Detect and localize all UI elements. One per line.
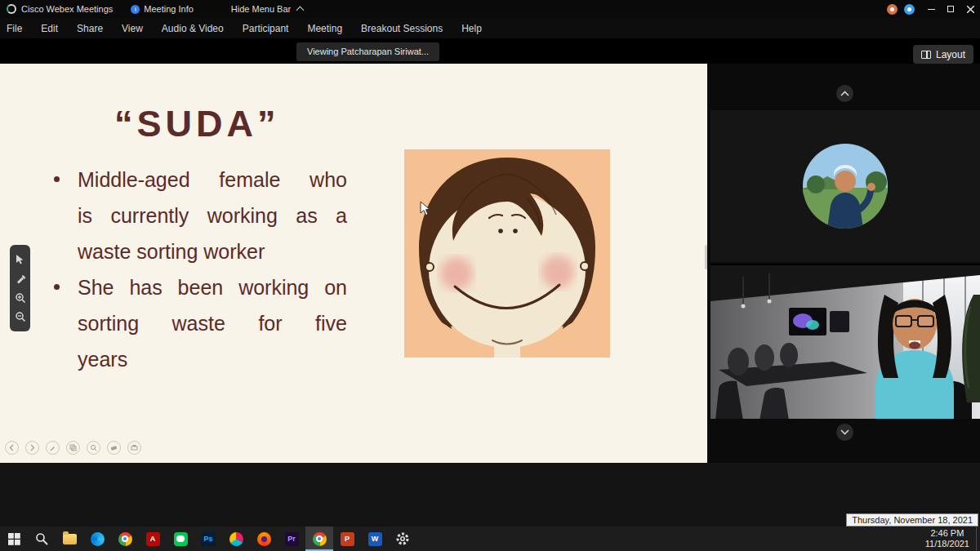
menu-audio-video[interactable]: Audio & Video xyxy=(162,23,224,34)
pen-tool-icon[interactable] xyxy=(14,273,26,285)
viewing-toast: Viewing Patcharapan Siriwat... xyxy=(296,42,439,61)
menu-breakout-sessions[interactable]: Breakout Sessions xyxy=(361,23,443,34)
edge-icon[interactable] xyxy=(83,527,111,551)
bullet-dot xyxy=(54,284,60,290)
bullet-line: years xyxy=(78,341,347,377)
close-button[interactable] xyxy=(960,0,980,18)
chrome-active-icon[interactable] xyxy=(305,527,333,551)
layout-icon xyxy=(921,51,931,59)
premiere-pro-icon[interactable]: Pr xyxy=(278,527,305,551)
minimize-button[interactable] xyxy=(921,0,941,18)
meeting-info-label[interactable]: Meeting Info xyxy=(144,4,194,14)
date-tooltip: Thursday, November 18, 2021 xyxy=(846,513,978,527)
print-icon[interactable] xyxy=(127,441,141,455)
line-icon[interactable] xyxy=(167,527,194,551)
menu-participant[interactable]: Participant xyxy=(243,23,289,34)
pointer-tool-icon[interactable] xyxy=(14,253,26,265)
clock-time: 2:46 PM xyxy=(925,528,969,539)
previous-slide-icon[interactable] xyxy=(5,441,19,455)
menu-view[interactable]: View xyxy=(122,23,143,34)
maximize-button[interactable] xyxy=(941,0,960,18)
next-slide-icon[interactable] xyxy=(25,441,39,455)
taskbar-search-button[interactable] xyxy=(28,527,56,551)
bullet-line: is currently working as a xyxy=(78,198,347,233)
photoshop-icon[interactable]: Ps xyxy=(194,527,222,551)
status-icon-orange[interactable] xyxy=(887,4,898,15)
participant-video-thumbnail[interactable] xyxy=(710,110,980,262)
powerpoint-icon[interactable]: P xyxy=(333,527,361,551)
woman-face-illustration xyxy=(404,149,610,358)
paint-icon[interactable] xyxy=(222,527,250,551)
mouse-cursor-icon xyxy=(420,201,431,220)
webex-window: Cisco Webex Meetings i Meeting Info Hide… xyxy=(0,0,980,551)
meeting-info-icon[interactable]: i xyxy=(131,5,140,14)
bullet-item: She has been working on sorting waste fo… xyxy=(78,269,347,377)
scroll-videos-down-button[interactable] xyxy=(836,424,853,441)
status-icon-blue[interactable] xyxy=(904,4,915,15)
taskbar-clock[interactable]: 2:46 PM 11/18/2021 xyxy=(925,528,976,549)
layout-label: Layout xyxy=(936,49,965,60)
bullet-line: Middle-aged female who xyxy=(78,162,347,198)
chevron-up-icon xyxy=(840,91,849,96)
hide-menu-bar-button[interactable]: Hide Menu Bar xyxy=(231,4,291,14)
slide-title: “SUDA” xyxy=(114,103,280,145)
start-button[interactable] xyxy=(0,527,28,551)
clock-date: 11/18/2021 xyxy=(925,539,969,549)
windows-taskbar: A Ps Pr P W 2:46 PM 11/18/2021 xyxy=(0,527,980,551)
bullet-line: She has been working on xyxy=(78,269,347,305)
slide-nav-controls xyxy=(5,441,141,455)
layout-button[interactable]: Layout xyxy=(913,45,973,64)
zoom-icon[interactable] xyxy=(87,441,100,455)
copy-icon[interactable] xyxy=(66,441,80,455)
chevron-up-icon[interactable] xyxy=(296,7,305,15)
acrobat-reader-icon[interactable]: A xyxy=(139,527,167,551)
windows-logo-icon xyxy=(8,533,20,545)
zoom-in-icon[interactable] xyxy=(14,291,26,304)
meeting-control-bar: Unmute Start video Share xyxy=(0,463,980,527)
active-speaker-video[interactable] xyxy=(710,264,980,419)
window-controls xyxy=(887,0,980,18)
chevron-down-icon xyxy=(840,429,849,435)
menu-meeting[interactable]: Meeting xyxy=(307,23,342,34)
app-title: Cisco Webex Meetings xyxy=(21,4,113,14)
menu-share[interactable]: Share xyxy=(77,23,103,34)
bullet-item: Middle-aged female who is currently work… xyxy=(78,162,347,269)
participant-avatar xyxy=(803,144,888,229)
pen-icon[interactable] xyxy=(46,441,60,455)
annotation-toolbar xyxy=(10,245,30,331)
menu-help[interactable]: Help xyxy=(461,23,482,34)
menu-file[interactable]: File xyxy=(7,23,22,34)
bullet-dot xyxy=(54,176,60,182)
eraser-icon[interactable] xyxy=(107,441,121,455)
chrome-icon[interactable] xyxy=(111,527,139,551)
close-icon xyxy=(967,6,974,13)
window-titlebar: Cisco Webex Meetings i Meeting Info Hide… xyxy=(0,0,980,18)
word-icon[interactable]: W xyxy=(361,527,389,551)
shared-presentation: “SUDA” Middle-aged female who is current… xyxy=(0,64,707,463)
file-explorer-icon[interactable] xyxy=(56,527,83,551)
zoom-out-icon[interactable] xyxy=(14,311,26,323)
settings-icon[interactable] xyxy=(389,527,416,551)
gear-icon xyxy=(395,531,410,546)
firefox-icon[interactable] xyxy=(250,527,278,551)
bullet-line: sorting waste for five xyxy=(78,305,347,341)
scroll-videos-up-button[interactable] xyxy=(836,85,853,102)
show-desktop-button[interactable] xyxy=(976,527,980,551)
menu-bar: File Edit Share View Audio & Video Parti… xyxy=(0,18,980,38)
search-icon xyxy=(35,532,48,545)
participants-video-panel xyxy=(707,64,980,463)
webex-logo-icon xyxy=(7,4,16,14)
slide-bullets: Middle-aged female who is currently work… xyxy=(78,162,347,377)
menu-edit[interactable]: Edit xyxy=(41,23,58,34)
bullet-line: waste sorting worker xyxy=(78,233,347,269)
